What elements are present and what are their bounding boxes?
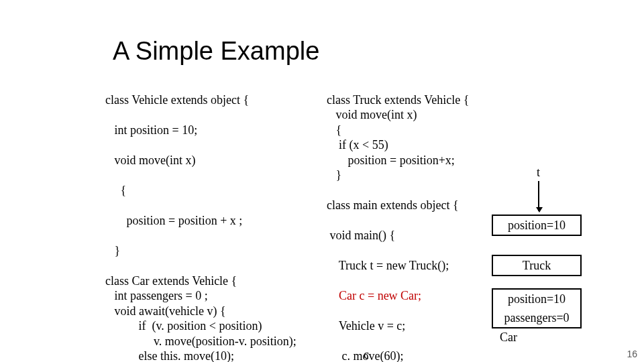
code-line: class Vehicle extends object { xyxy=(105,93,249,107)
code-line: class main extends object { xyxy=(327,198,459,212)
object-field-box: passengers=0 xyxy=(492,308,582,328)
object-field-box: position=10 xyxy=(492,215,582,236)
object-type-label-car: Car xyxy=(500,330,517,345)
code-line: if (x < 55) xyxy=(327,138,391,152)
code-line: { xyxy=(327,123,341,137)
code-line: } xyxy=(327,168,341,182)
code-line: } xyxy=(105,244,120,257)
code-line: else this. move(10); xyxy=(105,349,234,362)
code-line: int passengers = 0 ; xyxy=(105,289,208,302)
code-line: Vehicle v = c; xyxy=(327,319,405,333)
code-line: position = position + x ; xyxy=(105,214,242,227)
code-line: void main() { xyxy=(327,229,395,242)
pointer-label-c: c xyxy=(364,348,369,362)
page-number: 16 xyxy=(627,349,637,359)
code-line: int position = 10; xyxy=(105,123,197,137)
code-line: void move(int x) xyxy=(327,108,417,121)
code-line: { xyxy=(105,184,126,197)
slide-title: A Simple Example xyxy=(113,37,319,66)
code-line: v. move(position-v. position); xyxy=(105,335,297,348)
object-type-box: Truck xyxy=(492,255,582,276)
code-line: position = position+x; xyxy=(327,154,455,167)
code-line: class Car extends Vehicle { xyxy=(105,274,237,288)
code-column-middle: class Truck extends Vehicle { void move(… xyxy=(327,77,469,362)
object-field-box: position=10 xyxy=(492,288,582,310)
code-line: Truck t = new Truck(); xyxy=(327,259,449,272)
code-line: void await(vehicle v) { xyxy=(105,304,226,318)
code-line: class Truck extends Vehicle { xyxy=(327,93,469,107)
code-column-left: class Vehicle extends object { int posit… xyxy=(105,77,297,362)
code-line: void move(int x) xyxy=(105,154,195,167)
pointer-label-t: t xyxy=(537,166,540,180)
arrow-down-icon xyxy=(538,181,539,211)
code-line: if (v. position < position) xyxy=(105,319,262,333)
code-line-highlight: Car c = new Car; xyxy=(327,289,421,302)
